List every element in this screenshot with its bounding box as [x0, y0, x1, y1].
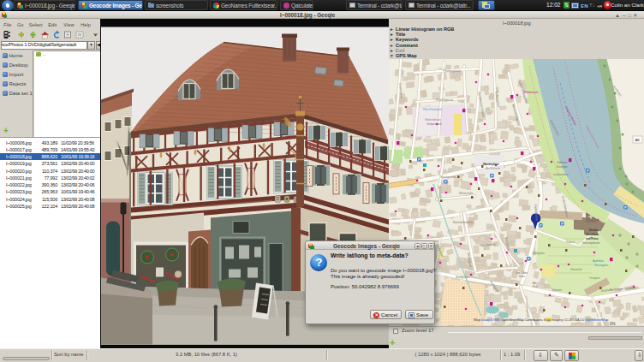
svg-text:Stadtgraben: Stadtgraben	[456, 276, 470, 279]
svg-text:Gloeckshaus: Gloeckshaus	[425, 118, 441, 122]
svg-text:P: P	[587, 169, 589, 173]
svg-text:Kaiserpfalz: Kaiserpfalz	[557, 165, 568, 169]
svg-text:Mühlgarten: Mühlgarten	[533, 252, 545, 255]
svg-text:Mann: Mann	[519, 275, 525, 278]
svg-text:Scheunen: Scheunen	[552, 288, 562, 292]
svg-text:P: P	[528, 257, 530, 261]
svg-text:Rosengasse: Rosengasse	[436, 98, 454, 102]
svg-text:Kloa Fränkreich: Kloa Fränkreich	[423, 108, 442, 111]
svg-text:Alte Schmiede: Alte Schmiede	[486, 167, 500, 170]
svg-text:Lennissenhaus: Lennissenhaus	[553, 173, 569, 176]
svg-text:AB: AB	[635, 138, 640, 142]
svg-text:Konventgebäude: Konventgebäude	[582, 241, 599, 245]
svg-text:Pulverturm: Pulverturm	[524, 91, 538, 94]
svg-text:P: P	[491, 174, 493, 178]
svg-text:P: P	[444, 180, 447, 184]
svg-text:Prälatur: Prälatur	[566, 240, 575, 244]
svg-text:Orangerie: Orangerie	[589, 276, 600, 280]
svg-text:P: P	[540, 223, 542, 228]
svg-text:Basilika: Basilika	[589, 228, 599, 232]
svg-text:Städtische: Städtische	[557, 161, 568, 164]
svg-text:und Petrus: und Petrus	[586, 237, 599, 240]
svg-text:Post: Post	[533, 285, 538, 288]
svg-text:Klosterhof: Klosterhof	[570, 268, 582, 271]
svg-text:Bahnhofstraße: Bahnhofstraße	[453, 220, 474, 224]
svg-text:Marcellinus: Marcellinus	[586, 233, 599, 236]
svg-text:P: P	[418, 157, 420, 162]
svg-text:P: P	[561, 222, 564, 226]
svg-text:Pfortengasse: Pfortengasse	[443, 68, 462, 73]
svg-text:Wissengarten: Wissengarten	[594, 264, 608, 267]
svg-text:Apotheken-: Apotheken-	[593, 259, 605, 263]
svg-text:P: P	[624, 205, 627, 210]
svg-text:Seligenstadt: Seligenstadt	[426, 122, 442, 126]
svg-text:Weststraße: Weststraße	[459, 192, 474, 195]
svg-text:Marktplatz: Marktplatz	[483, 162, 499, 166]
svg-text:Sackgasse: Sackgasse	[440, 175, 456, 179]
